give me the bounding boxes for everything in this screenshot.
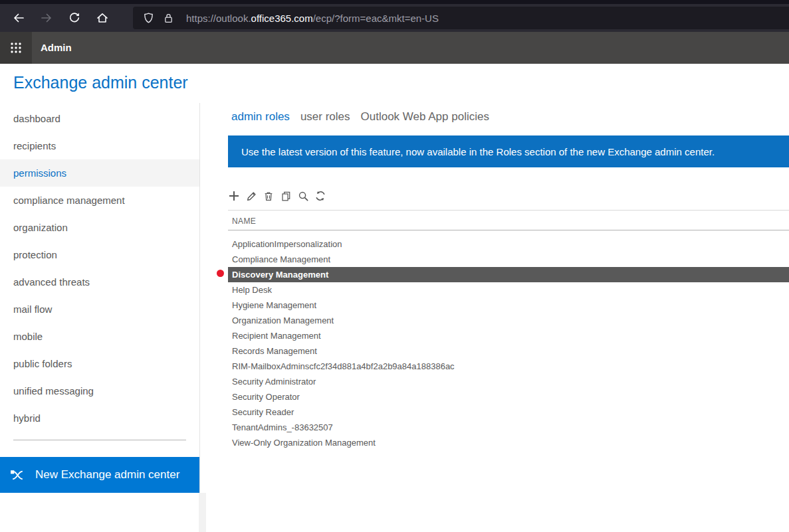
sidebar-item[interactable]: unified messaging (0, 377, 199, 404)
delete-icon[interactable] (263, 190, 275, 202)
role-list: ApplicationImpersonalizationCompliance M… (228, 236, 789, 450)
table-row[interactable]: Security Administrator (228, 374, 789, 389)
tab-bar: admin rolesuser rolesOutlook Web App pol… (231, 110, 489, 124)
add-icon[interactable] (228, 190, 240, 202)
sidebar-item[interactable]: organization (0, 214, 199, 241)
address-bar[interactable]: https://outlook.office365.com/ecp/?form=… (133, 7, 789, 29)
browser-toolbar: https://outlook.office365.com/ecp/?form=… (0, 4, 789, 32)
suite-app-name[interactable]: Admin (41, 32, 72, 64)
info-banner: Use the latest version of this feature, … (228, 135, 789, 167)
url-text[interactable]: https://outlook.office365.com/ecp/?form=… (186, 13, 439, 24)
app-launcher-waffle-icon[interactable] (0, 32, 32, 64)
sidebar-nav: dashboardrecipientspermissionscompliance… (0, 105, 199, 432)
refresh-icon[interactable] (314, 190, 326, 202)
table-row[interactable]: ApplicationImpersonalization (228, 236, 789, 252)
edit-icon[interactable] (245, 190, 257, 202)
url-prefix: https://outlook. (186, 13, 251, 24)
table-row[interactable]: Records Management (228, 343, 789, 359)
table-row[interactable]: Hygiene Management (228, 298, 789, 313)
table-header-border (228, 230, 789, 230)
sidebar-item[interactable]: hybrid (0, 404, 199, 432)
url-path: /ecp/?form=eac&mkt=en-US (313, 13, 439, 24)
table-row[interactable]: Organization Management (228, 313, 789, 328)
tab[interactable]: Outlook Web App policies (361, 110, 489, 124)
tab[interactable]: admin roles (231, 110, 290, 124)
table-row[interactable]: Discovery Management (228, 267, 789, 282)
url-domain: office365.com (251, 13, 313, 24)
sidebar-item[interactable]: dashboard (0, 105, 199, 132)
sidebar-scrollbar[interactable] (199, 493, 206, 532)
sidebar-border (199, 103, 200, 532)
sidebar-item[interactable]: mobile (0, 323, 199, 350)
lock-icon[interactable] (163, 13, 174, 24)
forward-icon[interactable] (36, 7, 57, 29)
copy-icon[interactable] (280, 190, 292, 202)
search-icon[interactable] (297, 190, 309, 202)
info-banner-text: Use the latest version of this feature, … (241, 146, 715, 157)
sidebar-divider (13, 440, 186, 440)
tab[interactable]: user roles (300, 110, 350, 124)
table-row[interactable]: RIM-MailboxAdminscfc2f34d881a4bf2a2b9a84… (228, 359, 789, 374)
table-row[interactable]: Security Operator (228, 389, 789, 404)
sidebar-item[interactable]: mail flow (0, 296, 199, 323)
table-row[interactable]: Recipient Management (228, 328, 789, 343)
back-icon[interactable] (8, 7, 29, 29)
shield-icon[interactable] (142, 12, 155, 25)
sidebar-item[interactable]: permissions (0, 159, 199, 187)
reload-icon[interactable] (64, 7, 85, 29)
page-title: Exchange admin center (13, 73, 188, 92)
exchange-logo-icon (9, 467, 26, 484)
suite-bar: Admin (0, 32, 789, 64)
list-toolbar (228, 190, 326, 202)
table-row[interactable]: Security Reader (228, 404, 789, 420)
new-eac-label: New Exchange admin center (35, 468, 179, 482)
sidebar-item[interactable]: advanced threats (0, 268, 199, 296)
sidebar-item[interactable]: protection (0, 241, 199, 268)
table-row[interactable]: Compliance Management (228, 252, 789, 267)
table-row[interactable]: Help Desk (228, 282, 789, 298)
sidebar-item[interactable]: compliance management (0, 187, 199, 214)
table-column-header[interactable]: NAME (232, 217, 256, 226)
table-top-border (228, 210, 789, 211)
sidebar-item[interactable]: public folders (0, 350, 199, 377)
table-row[interactable]: TenantAdmins_-83632507 (228, 420, 789, 435)
annotation-click-dot (217, 270, 224, 277)
sidebar-item[interactable]: recipients (0, 132, 199, 159)
home-icon[interactable] (92, 7, 113, 29)
table-row[interactable]: View-Only Organization Management (228, 435, 789, 450)
new-exchange-admin-center-button[interactable]: New Exchange admin center (0, 457, 199, 493)
